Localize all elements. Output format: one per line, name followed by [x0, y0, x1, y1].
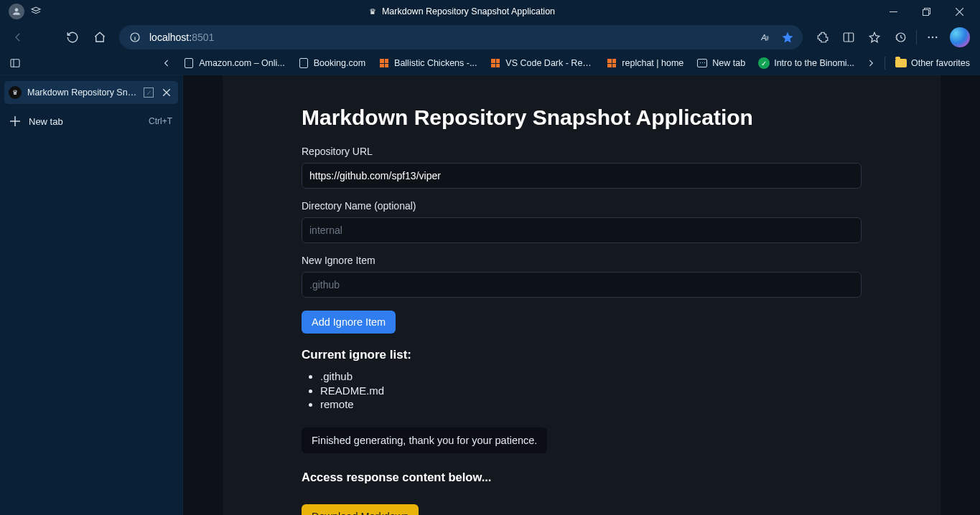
profile-avatar[interactable] — [9, 4, 24, 19]
favorite-label: Intro to the Binomi... — [774, 58, 854, 68]
svg-rect-11 — [11, 60, 19, 67]
new-tab-shortcut: Ctrl+T — [149, 116, 172, 126]
page-title: Markdown Repository Snapshot Application — [302, 105, 862, 130]
plus-icon — [10, 116, 22, 126]
favorite-label: Booking.com — [314, 58, 365, 68]
repo-url-label: Repository URL — [302, 146, 862, 157]
page-icon — [183, 57, 195, 69]
ignore-list-item: .github — [320, 369, 862, 384]
folder-icon — [895, 59, 907, 67]
repo-url-input[interactable] — [302, 163, 862, 189]
app-favicon-icon: ♛ — [369, 7, 376, 16]
page-viewport[interactable]: Markdown Repository Snapshot Application… — [183, 75, 980, 515]
favorite-item[interactable]: VS Code Dark - Rep... — [484, 55, 599, 71]
svg-rect-0 — [890, 11, 897, 12]
more-menu-icon[interactable] — [920, 25, 946, 49]
extensions-icon[interactable] — [810, 25, 836, 49]
favorite-item[interactable]: Amazon.com – Onli... — [177, 55, 291, 71]
svg-point-8 — [928, 37, 930, 38]
ignore-item-label: New Ignore Item — [302, 255, 862, 266]
vertical-tab-strip: ♛ Markdown Repository Snapshot ⟋ New tab… — [0, 75, 183, 515]
page-icon — [298, 57, 309, 69]
workspace: ♛ Markdown Repository Snapshot ⟋ New tab… — [0, 75, 980, 515]
download-button[interactable]: Download Markdown — [302, 504, 419, 516]
address-url: localhost:8501 — [149, 32, 747, 43]
favorite-label: Ballistic Chickens -... — [394, 58, 477, 68]
sidebar-icon[interactable] — [836, 25, 862, 49]
home-button[interactable] — [88, 25, 112, 49]
vertical-tab-active[interactable]: ♛ Markdown Repository Snapshot ⟋ — [4, 81, 178, 104]
green-icon: ✓ — [758, 57, 770, 69]
fav-scroll-right[interactable] — [862, 54, 880, 72]
ignore-list: .githubREADME.mdremote — [320, 369, 862, 412]
tab-close-icon[interactable] — [159, 85, 174, 100]
sq-icon — [378, 57, 390, 69]
history-icon[interactable] — [887, 25, 913, 49]
sq-icon — [490, 57, 501, 69]
maximize-button[interactable] — [910, 0, 943, 23]
other-favorites-label: Other favorites — [911, 58, 970, 68]
new-tab-label: New tab — [29, 116, 141, 127]
favorite-item[interactable]: New tab — [691, 55, 751, 71]
add-ignore-button[interactable]: Add Ignore Item — [302, 311, 396, 334]
nav-toolbar: localhost:8501 A)) — [0, 23, 980, 52]
favorite-label: New tab — [712, 58, 745, 68]
tab-title: Markdown Repository Snapshot — [27, 88, 138, 98]
read-aloud-icon[interactable]: A)) — [754, 27, 775, 48]
workspaces-icon[interactable] — [24, 0, 47, 23]
address-bar[interactable]: localhost:8501 A)) — [119, 25, 803, 49]
access-heading: Access response content below... — [302, 471, 862, 484]
favbar-divider — [885, 57, 885, 70]
svg-rect-2 — [923, 9, 928, 15]
favorites-bar: Amazon.com – Onli...Booking.comBallistic… — [0, 52, 980, 75]
ignore-item-input[interactable] — [302, 272, 862, 298]
dir-name-input[interactable] — [302, 217, 862, 243]
svg-point-9 — [932, 37, 933, 38]
new-tab-button[interactable]: New tab Ctrl+T — [4, 108, 178, 134]
favorites-icon[interactable] — [862, 25, 887, 49]
vertical-tabs-toggle[interactable] — [4, 52, 26, 74]
ignore-list-heading: Current ignore list: — [302, 348, 862, 362]
refresh-button[interactable] — [60, 25, 85, 49]
favorite-item[interactable]: Ballistic Chickens -... — [373, 55, 482, 71]
favorite-item[interactable]: ✓Intro to the Binomi... — [752, 55, 860, 71]
window-title: Markdown Repository Snapshot Application — [382, 6, 555, 16]
favorite-item[interactable]: Booking.com — [292, 55, 371, 71]
favorite-label: replchat | home — [622, 58, 683, 68]
favorite-label: Amazon.com – Onli... — [199, 58, 285, 68]
favorite-item[interactable]: replchat | home — [600, 55, 689, 71]
fav-scroll-left[interactable] — [157, 54, 176, 72]
close-button[interactable] — [943, 0, 976, 23]
dots-icon — [696, 57, 708, 69]
copilot-icon[interactable] — [950, 27, 970, 47]
minimize-button[interactable] — [877, 0, 910, 23]
back-button[interactable] — [6, 25, 30, 49]
status-message: Finished generating, thank you for your … — [302, 427, 547, 453]
site-info-icon[interactable] — [128, 30, 142, 44]
favorite-label: VS Code Dark - Rep... — [505, 58, 593, 68]
other-favorites[interactable]: Other favorites — [890, 55, 976, 71]
titlebar: ♛ Markdown Repository Snapshot Applicati… — [0, 0, 980, 23]
sq-icon — [606, 57, 617, 69]
ignore-list-item: remote — [320, 397, 862, 412]
streamlit-app: Markdown Repository Snapshot Application… — [223, 75, 941, 515]
dir-name-label: Directory Name (optional) — [302, 200, 862, 212]
ignore-list-item: README.md — [320, 384, 862, 398]
toolbar-divider — [916, 30, 917, 44]
tab-mute-icon[interactable]: ⟋ — [144, 88, 154, 98]
svg-point-10 — [935, 37, 937, 38]
tab-favicon-icon: ♛ — [9, 86, 22, 99]
favorite-star-icon[interactable] — [777, 27, 798, 48]
